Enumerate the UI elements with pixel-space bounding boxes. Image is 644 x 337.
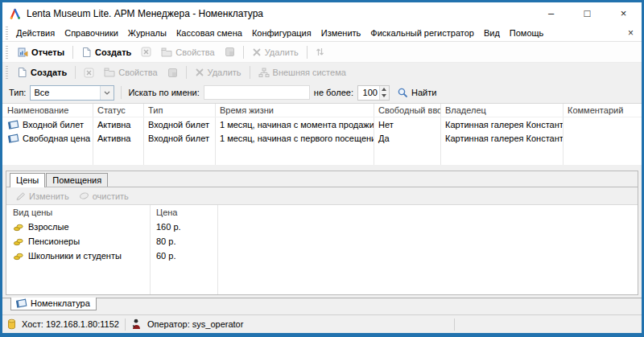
column-header[interactable]: Время жизни [215,104,374,117]
ticket-icon [15,298,27,308]
spinner-down-button[interactable] [380,92,389,100]
menu-item[interactable]: Помощь [505,26,549,40]
menu-item[interactable]: Действия [11,26,60,40]
tab-rooms[interactable]: Помещения [46,173,108,187]
coins-icon [13,223,24,232]
cancel-button-disabled[interactable] [137,45,155,59]
external-system-button-disabled[interactable]: Внешняя система [254,66,350,80]
menu-item[interactable]: Конфигурация [247,26,316,40]
mdi-close-button[interactable]: × [620,27,642,39]
type-combobox-value: Все [31,88,100,97]
new-document-icon [81,47,92,58]
reports-icon [17,47,28,58]
app-logo-icon [9,7,22,20]
find-label: Найти [411,88,436,97]
close-button[interactable]: × [605,2,642,24]
price-row[interactable]: Пенсионеры 80 р. [6,234,638,249]
list-extra-button-disabled[interactable] [163,66,182,80]
window-title: Lenta Museum Lite. АРМ Менеджера - Номен… [27,8,263,19]
column-header[interactable]: Владелец [440,104,563,117]
list-properties-button-disabled[interactable]: Свойства [100,66,161,79]
search-by-name-label: Искать по имени: [128,88,199,97]
tab-nomenclature[interactable]: Номенклатура [10,298,97,310]
host-status: Хост: 192.168.1.80:1152 [22,319,119,329]
eraser-icon [79,191,89,200]
boxed-x-icon [84,68,94,78]
type-combobox[interactable]: Все [30,85,114,101]
nomenclature-table: Наименование Статус Тип Время жизни Своб… [2,103,642,165]
list-create-button[interactable]: Создать [13,65,71,80]
title-bar: Lenta Museum Lite. АРМ Менеджера - Номен… [2,2,642,24]
table-header-row: Наименование Статус Тип Время жизни Своб… [2,104,642,117]
content-area: Создать Свойства [2,63,642,298]
menu-item[interactable]: Вид [479,26,505,40]
column-header[interactable]: Свободный ввод [374,104,440,117]
limit-label: не более: [314,88,353,97]
menu-item[interactable]: Журналы [123,26,171,40]
extra-button-disabled[interactable] [221,45,239,59]
search-by-name-input[interactable] [204,85,310,100]
list-toolbar: Создать Свойства [2,63,642,82]
menu-item[interactable]: Кассовая смена [171,26,247,40]
type-label: Тип: [9,88,26,97]
ticket-icon [7,134,19,143]
price-row[interactable]: Взрослые 160 р. [6,220,638,234]
filter-row: Тип: Все Искать по имени: не более: 100 [2,82,642,103]
database-icon [7,319,16,330]
combobox-dropdown-button[interactable] [100,86,114,100]
document-tab-bar: Номенклатура [2,298,642,314]
menu-item[interactable]: Фискальный регистратор [365,26,479,40]
menu-grip[interactable] [6,27,8,39]
detail-tabs: Цены Помещения [6,171,638,187]
column-header[interactable]: Вид цены [6,205,150,220]
price-table: Вид цены Цена Взрослые 160 р. [6,205,638,294]
limit-spinner[interactable]: 100 [357,85,390,101]
list-delete-button-disabled[interactable]: Удалить [191,66,246,79]
table-row[interactable]: Входной билет Активна Входной билет 1 ме… [2,117,642,131]
search-icon [397,87,408,98]
menu-item[interactable]: Справочники [60,26,123,40]
main-toolbar: Отчеты Создать Свойства [2,42,642,63]
org-chart-icon [258,68,270,78]
ticket-icon [7,120,19,129]
tab-prices[interactable]: Цены [10,173,45,187]
detail-toolbar: Изменить очистить [6,187,638,205]
folder-properties-icon [104,68,115,77]
operator-icon [131,319,142,330]
coins-icon [13,237,24,246]
table-row[interactable]: Свободная цена Активна Входной билет 1 м… [2,131,642,145]
edit-price-button-disabled[interactable]: Изменить [11,190,73,203]
folder-properties-icon [161,47,172,57]
column-header[interactable]: Статус [93,104,143,117]
create-button[interactable]: Создать [77,45,135,60]
chevron-down-icon [104,91,110,95]
clear-price-button-disabled[interactable]: очистить [75,190,133,203]
column-header[interactable]: Наименование [2,104,93,117]
toolbar-grip[interactable] [6,66,8,79]
list-cancel-button-disabled[interactable] [80,66,98,80]
status-bar: Хост: 192.168.1.80:1152 Оператор: sys_op… [2,314,642,333]
detail-panel: Цены Помещения Изменить очистить [6,171,638,295]
price-row[interactable]: Школьники и студенты 60 р. [6,249,638,263]
delete-x-icon [195,68,204,77]
column-header[interactable]: Комментарий [563,104,642,117]
toolbar-grip[interactable] [6,46,8,59]
menu-bar: Действия Справочники Журналы Кассовая см… [2,24,642,42]
find-button[interactable]: Найти [394,85,440,100]
new-document-icon [17,67,27,78]
spinner-up-button[interactable] [380,86,389,93]
column-header[interactable]: Цена [150,205,217,220]
column-header[interactable]: Тип [143,104,215,117]
grey-box-icon [225,47,235,57]
app-window: Lenta Museum Lite. АРМ Менеджера - Номен… [0,0,644,337]
reports-button[interactable]: Отчеты [13,45,68,60]
coins-icon [13,252,24,261]
delete-button-disabled[interactable]: Удалить [248,46,303,59]
grey-box-icon [167,68,178,78]
maximize-button[interactable]: □ [569,2,605,24]
refresh-updown-button-disabled[interactable] [312,45,328,59]
properties-button-disabled[interactable]: Свойства [157,46,218,59]
menu-item[interactable]: Изменить [316,26,366,40]
minimize-button[interactable]: – [533,2,569,24]
delete-x-icon [252,47,262,57]
